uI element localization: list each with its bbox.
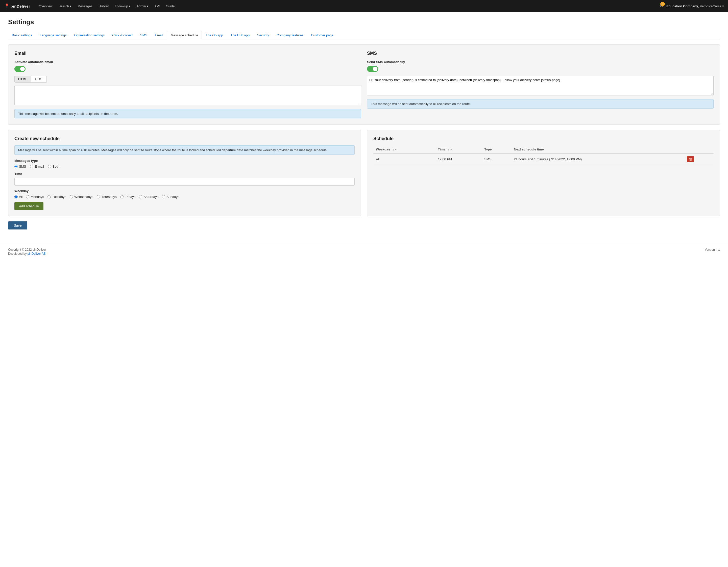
sms-info-box: This message will be sent automatically …	[367, 99, 714, 109]
type-both-label[interactable]: Both	[48, 165, 59, 168]
email-info-box: This message will be sent automatically …	[14, 109, 361, 118]
tab-language-settings[interactable]: Language settings	[36, 31, 70, 39]
email-sms-card: Email Activate automatic email. HTML TEX…	[8, 44, 720, 125]
email-toggle-wrapper	[14, 66, 361, 73]
weekday-wednesdays-label[interactable]: Wednesdays	[70, 195, 93, 199]
row-type: SMS	[482, 154, 511, 165]
create-schedule-card: Create new schedule Message will be sent…	[8, 130, 361, 216]
schedule-card: Schedule Weekday ▲▼ Time ▲▼ Type	[367, 130, 720, 216]
tab-security[interactable]: Security	[253, 31, 273, 39]
messages-type-radios: SMS E-mail Both	[14, 165, 355, 168]
nav-links: Overview Search▾ Messages History Follow…	[36, 3, 660, 10]
weekday-tuesdays-radio[interactable]	[47, 195, 51, 199]
weekday-saturdays-label[interactable]: Saturdays	[139, 195, 158, 199]
tab-customer-page[interactable]: Customer page	[307, 31, 337, 39]
email-heading: Email	[14, 51, 361, 56]
weekday-sundays-radio[interactable]	[162, 195, 165, 199]
type-sms-radio[interactable]	[14, 165, 18, 168]
weekday-tuesdays-label[interactable]: Tuesdays	[47, 195, 66, 199]
create-schedule-heading: Create new schedule	[14, 136, 355, 141]
save-button[interactable]: Save	[8, 222, 27, 230]
delete-row-button[interactable]: 🗑	[687, 156, 694, 162]
weekday-wednesdays-radio[interactable]	[70, 195, 73, 199]
tab-click-collect[interactable]: Click & collect	[108, 31, 136, 39]
nav-messages[interactable]: Messages	[75, 3, 95, 10]
brand[interactable]: 📍 pinDeliver	[4, 3, 30, 9]
col-time[interactable]: Time ▲▼	[435, 145, 482, 154]
tabs-bar: Basic settings Language settings Optimiz…	[8, 31, 720, 39]
weekday-mondays-label[interactable]: Mondays	[26, 195, 44, 199]
schedule-info-box: Message will be sent within a time span …	[14, 145, 355, 155]
nav-api[interactable]: API	[152, 3, 162, 10]
row-next-time: 21 hours and 1 minutes (7/14/2022, 12:00…	[511, 154, 684, 165]
nav-followup[interactable]: Followup▾	[112, 3, 133, 10]
nav-history[interactable]: History	[96, 3, 111, 10]
weekday-radios: All Mondays Tuesdays Wednesdays	[14, 195, 355, 199]
email-body-textarea[interactable]	[14, 86, 361, 105]
email-text-btn[interactable]: TEXT	[31, 76, 47, 83]
tab-go-app[interactable]: The Go app	[202, 31, 227, 39]
weekday-saturdays-radio[interactable]	[139, 195, 142, 199]
type-email-radio[interactable]	[30, 165, 33, 168]
tab-basic-settings[interactable]: Basic settings	[8, 31, 36, 39]
sms-body-textarea[interactable]: Hi! Your delivery from {sender} is estim…	[367, 76, 714, 95]
row-time: 12:00 PM	[435, 154, 482, 165]
weekday-thursdays-radio[interactable]	[97, 195, 100, 199]
tab-company-features[interactable]: Company features	[273, 31, 307, 39]
sms-send-label: Send SMS automatically.	[367, 60, 714, 64]
footer: Copyright © 2022 pinDeliver Developed by…	[0, 244, 728, 260]
messages-type-label: Messages type	[14, 159, 355, 163]
notification-count: 0	[660, 2, 665, 6]
type-sms-label[interactable]: SMS	[14, 165, 26, 168]
footer-copyright: Copyright © 2022 pinDeliver	[8, 248, 46, 252]
type-both-radio[interactable]	[48, 165, 51, 168]
tab-optimization-settings[interactable]: Optimization settings	[70, 31, 108, 39]
sort-time-icon: ▲▼	[447, 149, 452, 151]
row-delete-cell: 🗑	[684, 154, 714, 165]
weekday-all-label[interactable]: All	[14, 195, 22, 199]
user-info: Education Company, VeronicaCross ▾	[666, 4, 724, 8]
tab-sms[interactable]: SMS	[136, 31, 151, 39]
tab-message-schedule[interactable]: Message schedule	[167, 31, 202, 39]
type-email-label[interactable]: E-mail	[30, 165, 44, 168]
weekday-group: Weekday All Mondays Tuesdays	[14, 189, 355, 199]
weekday-all-radio[interactable]	[14, 195, 18, 199]
time-input[interactable]: 12:00	[14, 178, 355, 186]
table-row: All 12:00 PM SMS 21 hours and 1 minutes …	[373, 154, 714, 165]
footer-developed: Developed by pinDeliver AB	[8, 252, 46, 256]
weekday-fridays-radio[interactable]	[120, 195, 124, 199]
email-toggle[interactable]	[14, 66, 26, 72]
sort-weekday-icon: ▲▼	[392, 149, 397, 151]
nav-guide[interactable]: Guide	[163, 3, 177, 10]
email-activate-label: Activate automatic email.	[14, 60, 361, 64]
footer-version: Version 4.1	[705, 248, 720, 252]
weekday-fridays-label[interactable]: Fridays	[120, 195, 136, 199]
nav-admin[interactable]: Admin▾	[134, 3, 151, 10]
page-title: Settings	[8, 18, 720, 26]
weekday-sundays-label[interactable]: Sundays	[162, 195, 179, 199]
tab-hub-app[interactable]: The Hub app	[227, 31, 253, 39]
messages-type-group: Messages type SMS E-mail Both	[14, 159, 355, 168]
weekday-thursdays-label[interactable]: Thursdays	[97, 195, 117, 199]
footer-link[interactable]: pinDeliver AB	[28, 252, 46, 256]
nav-search[interactable]: Search▾	[56, 3, 74, 10]
page-content: Settings Basic settings Language setting…	[0, 12, 728, 244]
sms-toggle-wrapper	[367, 66, 714, 73]
col-actions	[684, 145, 714, 154]
nav-right: ✉ 0 Education Company, VeronicaCross ▾	[660, 3, 724, 9]
notification-bell[interactable]: ✉ 0	[660, 3, 663, 9]
email-format-buttons: HTML TEXT	[14, 76, 361, 83]
row-weekday: All	[373, 154, 435, 165]
email-html-btn[interactable]: HTML	[14, 76, 31, 83]
nav-overview[interactable]: Overview	[36, 3, 55, 10]
col-next-schedule-time: Next schedule time	[511, 145, 684, 154]
schedule-row: Create new schedule Message will be sent…	[8, 130, 720, 222]
weekday-mondays-radio[interactable]	[26, 195, 29, 199]
tab-email[interactable]: Email	[151, 31, 167, 39]
add-schedule-button[interactable]: Add schedule	[14, 202, 43, 210]
navbar: 📍 pinDeliver Overview Search▾ Messages H…	[0, 0, 728, 12]
footer-left: Copyright © 2022 pinDeliver Developed by…	[8, 248, 46, 256]
schedule-table: Weekday ▲▼ Time ▲▼ Type Next schedule ti…	[373, 145, 714, 165]
col-weekday[interactable]: Weekday ▲▼	[373, 145, 435, 154]
sms-toggle[interactable]	[367, 66, 378, 72]
